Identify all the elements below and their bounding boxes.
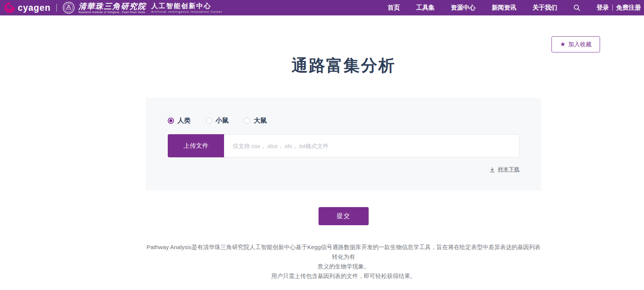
star-icon: ★	[560, 41, 565, 47]
tool-description: Pathway Analysis是有清华珠三角研究院人工智能创新中心基于Kegg…	[146, 242, 541, 281]
institute-title-block: 清華珠三角研究院 Research Institute of Tsinghua …	[78, 2, 146, 13]
add-favorite-label: 加入收藏	[568, 41, 592, 48]
auth-links: 登录 免费注册	[597, 4, 641, 12]
sample-download-row: 样本下载	[168, 166, 519, 173]
radio-circle-human[interactable]	[168, 118, 174, 124]
ai-center-subtitle: Artificial Intelligence Innovation Cente…	[151, 10, 223, 13]
nav-item-home[interactable]: 首页	[388, 4, 400, 12]
nav-item-toolset[interactable]: 工具集	[416, 4, 435, 12]
ai-center-name: 人工智能创新中心	[151, 3, 223, 9]
radio-label-rat: 大鼠	[254, 116, 267, 125]
radio-option-human[interactable]: 人类	[168, 116, 191, 125]
analysis-form-card: 人类 小鼠 大鼠 上传文件 样本下载	[146, 98, 541, 191]
top-navbar: cyagen 清華珠三角研究院 Research Institute of Ts…	[0, 0, 644, 15]
institute-subtitle: Research Institute of Tsinghua , Pearl R…	[78, 11, 146, 13]
sample-download-label: 样本下载	[498, 166, 519, 173]
institute-name: 清華珠三角研究院	[78, 2, 146, 10]
nav-item-news[interactable]: 新闻资讯	[492, 4, 516, 12]
radio-circle-mouse[interactable]	[206, 118, 212, 124]
register-link[interactable]: 免费注册	[616, 4, 641, 12]
login-link[interactable]: 登录	[597, 4, 609, 12]
cyagen-logo-icon	[4, 2, 15, 13]
cyagen-logo[interactable]: cyagen	[4, 2, 51, 13]
main-content: 通路富集分析 人类 小鼠 大鼠 上传文件	[146, 55, 541, 281]
radio-label-mouse: 小鼠	[216, 116, 229, 125]
upload-row: 上传文件	[168, 134, 519, 157]
auth-divider	[612, 5, 613, 11]
nav-item-about[interactable]: 关于我们	[533, 4, 557, 12]
nav-item-resources[interactable]: 资源中心	[451, 4, 475, 12]
search-button[interactable]	[573, 4, 580, 11]
download-icon	[489, 167, 495, 173]
species-radio-group: 人类 小鼠 大鼠	[168, 116, 519, 125]
upload-file-button[interactable]: 上传文件	[168, 134, 224, 157]
description-line-2: 意义的生物学现象。	[146, 261, 541, 271]
cyagen-logo-text: cyagen	[18, 3, 51, 13]
description-line-1: Pathway Analysis是有清华珠三角研究院人工智能创新中心基于Kegg…	[146, 242, 541, 261]
page-title: 通路富集分析	[146, 55, 541, 76]
add-favorite-button[interactable]: ★ 加入收藏	[551, 36, 600, 52]
radio-option-mouse[interactable]: 小鼠	[206, 116, 229, 125]
radio-circle-rat[interactable]	[244, 118, 250, 124]
search-icon	[573, 4, 580, 11]
main-navigation: 首页 工具集 资源中心 新闻资讯 关于我们 登录 免费注册	[388, 4, 641, 12]
header-brand-area: cyagen 清華珠三角研究院 Research Institute of Ts…	[4, 0, 223, 15]
ai-center-title-block: 人工智能创新中心 Artificial Intelligence Innovat…	[151, 3, 223, 13]
sample-download-link[interactable]: 样本下载	[489, 166, 519, 173]
description-line-3: 用户只需上传包含基因列表的文件，即可轻松获得结果。	[146, 271, 541, 281]
radio-label-human: 人类	[177, 116, 191, 125]
submit-button[interactable]: 提交	[319, 207, 369, 225]
tsinghua-seal-icon	[62, 2, 75, 14]
logo-divider	[56, 4, 57, 12]
file-path-input[interactable]	[224, 134, 519, 157]
radio-option-rat[interactable]: 大鼠	[244, 116, 267, 125]
